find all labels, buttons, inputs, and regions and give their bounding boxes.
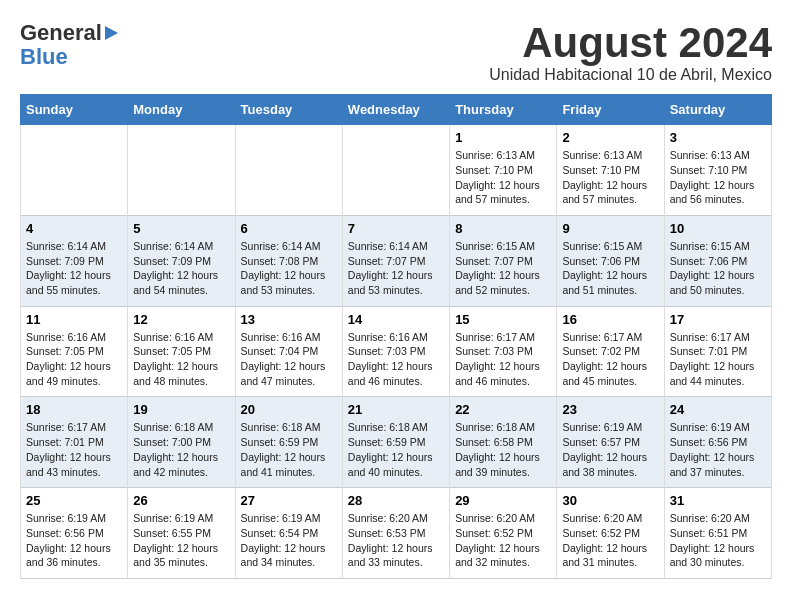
calendar-cell: 20Sunrise: 6:18 AM Sunset: 6:59 PM Dayli… bbox=[235, 397, 342, 488]
calendar-week-row: 11Sunrise: 6:16 AM Sunset: 7:05 PM Dayli… bbox=[21, 306, 772, 397]
calendar-cell: 13Sunrise: 6:16 AM Sunset: 7:04 PM Dayli… bbox=[235, 306, 342, 397]
day-number: 20 bbox=[241, 402, 337, 417]
day-number: 25 bbox=[26, 493, 122, 508]
calendar-cell: 9Sunrise: 6:15 AM Sunset: 7:06 PM Daylig… bbox=[557, 215, 664, 306]
logo: General Blue bbox=[20, 20, 118, 68]
day-number: 12 bbox=[133, 312, 229, 327]
day-number: 9 bbox=[562, 221, 658, 236]
calendar-cell: 16Sunrise: 6:17 AM Sunset: 7:02 PM Dayli… bbox=[557, 306, 664, 397]
cell-info: Sunrise: 6:18 AM Sunset: 6:59 PM Dayligh… bbox=[241, 420, 337, 479]
main-title: August 2024 bbox=[489, 20, 772, 66]
calendar-week-row: 18Sunrise: 6:17 AM Sunset: 7:01 PM Dayli… bbox=[21, 397, 772, 488]
logo-arrow-icon bbox=[105, 26, 118, 40]
day-number: 10 bbox=[670, 221, 766, 236]
day-number: 28 bbox=[348, 493, 444, 508]
cell-info: Sunrise: 6:19 AM Sunset: 6:55 PM Dayligh… bbox=[133, 511, 229, 570]
calendar-cell: 31Sunrise: 6:20 AM Sunset: 6:51 PM Dayli… bbox=[664, 488, 771, 579]
cell-info: Sunrise: 6:15 AM Sunset: 7:06 PM Dayligh… bbox=[670, 239, 766, 298]
calendar-cell: 28Sunrise: 6:20 AM Sunset: 6:53 PM Dayli… bbox=[342, 488, 449, 579]
day-number: 14 bbox=[348, 312, 444, 327]
day-number: 1 bbox=[455, 130, 551, 145]
calendar-week-row: 4Sunrise: 6:14 AM Sunset: 7:09 PM Daylig… bbox=[21, 215, 772, 306]
calendar-week-row: 1Sunrise: 6:13 AM Sunset: 7:10 PM Daylig… bbox=[21, 125, 772, 216]
day-number: 11 bbox=[26, 312, 122, 327]
cell-info: Sunrise: 6:13 AM Sunset: 7:10 PM Dayligh… bbox=[670, 148, 766, 207]
calendar-cell bbox=[21, 125, 128, 216]
calendar-table: SundayMondayTuesdayWednesdayThursdayFrid… bbox=[20, 94, 772, 579]
calendar-cell: 22Sunrise: 6:18 AM Sunset: 6:58 PM Dayli… bbox=[450, 397, 557, 488]
cell-info: Sunrise: 6:18 AM Sunset: 7:00 PM Dayligh… bbox=[133, 420, 229, 479]
cell-info: Sunrise: 6:19 AM Sunset: 6:54 PM Dayligh… bbox=[241, 511, 337, 570]
cell-info: Sunrise: 6:20 AM Sunset: 6:51 PM Dayligh… bbox=[670, 511, 766, 570]
cell-info: Sunrise: 6:16 AM Sunset: 7:04 PM Dayligh… bbox=[241, 330, 337, 389]
day-number: 16 bbox=[562, 312, 658, 327]
cell-info: Sunrise: 6:14 AM Sunset: 7:08 PM Dayligh… bbox=[241, 239, 337, 298]
day-number: 3 bbox=[670, 130, 766, 145]
calendar-cell: 1Sunrise: 6:13 AM Sunset: 7:10 PM Daylig… bbox=[450, 125, 557, 216]
header-day-saturday: Saturday bbox=[664, 95, 771, 125]
calendar-cell: 10Sunrise: 6:15 AM Sunset: 7:06 PM Dayli… bbox=[664, 215, 771, 306]
day-number: 4 bbox=[26, 221, 122, 236]
day-number: 27 bbox=[241, 493, 337, 508]
calendar-cell: 26Sunrise: 6:19 AM Sunset: 6:55 PM Dayli… bbox=[128, 488, 235, 579]
calendar-cell: 29Sunrise: 6:20 AM Sunset: 6:52 PM Dayli… bbox=[450, 488, 557, 579]
cell-info: Sunrise: 6:20 AM Sunset: 6:52 PM Dayligh… bbox=[562, 511, 658, 570]
day-number: 29 bbox=[455, 493, 551, 508]
day-number: 17 bbox=[670, 312, 766, 327]
logo-general: General bbox=[20, 20, 102, 46]
cell-info: Sunrise: 6:16 AM Sunset: 7:03 PM Dayligh… bbox=[348, 330, 444, 389]
day-number: 15 bbox=[455, 312, 551, 327]
day-number: 22 bbox=[455, 402, 551, 417]
cell-info: Sunrise: 6:19 AM Sunset: 6:57 PM Dayligh… bbox=[562, 420, 658, 479]
header-day-sunday: Sunday bbox=[21, 95, 128, 125]
calendar-week-row: 25Sunrise: 6:19 AM Sunset: 6:56 PM Dayli… bbox=[21, 488, 772, 579]
calendar-cell: 2Sunrise: 6:13 AM Sunset: 7:10 PM Daylig… bbox=[557, 125, 664, 216]
calendar-cell: 27Sunrise: 6:19 AM Sunset: 6:54 PM Dayli… bbox=[235, 488, 342, 579]
calendar-cell bbox=[342, 125, 449, 216]
header-day-friday: Friday bbox=[557, 95, 664, 125]
cell-info: Sunrise: 6:15 AM Sunset: 7:06 PM Dayligh… bbox=[562, 239, 658, 298]
calendar-cell: 15Sunrise: 6:17 AM Sunset: 7:03 PM Dayli… bbox=[450, 306, 557, 397]
page-header: General Blue August 2024 Unidad Habitaci… bbox=[20, 20, 772, 84]
cell-info: Sunrise: 6:13 AM Sunset: 7:10 PM Dayligh… bbox=[455, 148, 551, 207]
calendar-cell: 18Sunrise: 6:17 AM Sunset: 7:01 PM Dayli… bbox=[21, 397, 128, 488]
cell-info: Sunrise: 6:16 AM Sunset: 7:05 PM Dayligh… bbox=[26, 330, 122, 389]
cell-info: Sunrise: 6:17 AM Sunset: 7:01 PM Dayligh… bbox=[670, 330, 766, 389]
day-number: 5 bbox=[133, 221, 229, 236]
header-day-thursday: Thursday bbox=[450, 95, 557, 125]
cell-info: Sunrise: 6:14 AM Sunset: 7:09 PM Dayligh… bbox=[133, 239, 229, 298]
day-number: 26 bbox=[133, 493, 229, 508]
day-number: 21 bbox=[348, 402, 444, 417]
calendar-cell: 24Sunrise: 6:19 AM Sunset: 6:56 PM Dayli… bbox=[664, 397, 771, 488]
header-day-tuesday: Tuesday bbox=[235, 95, 342, 125]
calendar-cell bbox=[235, 125, 342, 216]
calendar-cell: 8Sunrise: 6:15 AM Sunset: 7:07 PM Daylig… bbox=[450, 215, 557, 306]
cell-info: Sunrise: 6:17 AM Sunset: 7:01 PM Dayligh… bbox=[26, 420, 122, 479]
day-number: 19 bbox=[133, 402, 229, 417]
calendar-cell: 4Sunrise: 6:14 AM Sunset: 7:09 PM Daylig… bbox=[21, 215, 128, 306]
calendar-cell bbox=[128, 125, 235, 216]
calendar-cell: 23Sunrise: 6:19 AM Sunset: 6:57 PM Dayli… bbox=[557, 397, 664, 488]
day-number: 2 bbox=[562, 130, 658, 145]
calendar-cell: 21Sunrise: 6:18 AM Sunset: 6:59 PM Dayli… bbox=[342, 397, 449, 488]
cell-info: Sunrise: 6:17 AM Sunset: 7:03 PM Dayligh… bbox=[455, 330, 551, 389]
cell-info: Sunrise: 6:20 AM Sunset: 6:53 PM Dayligh… bbox=[348, 511, 444, 570]
calendar-cell: 25Sunrise: 6:19 AM Sunset: 6:56 PM Dayli… bbox=[21, 488, 128, 579]
cell-info: Sunrise: 6:19 AM Sunset: 6:56 PM Dayligh… bbox=[26, 511, 122, 570]
day-number: 30 bbox=[562, 493, 658, 508]
day-number: 18 bbox=[26, 402, 122, 417]
calendar-cell: 14Sunrise: 6:16 AM Sunset: 7:03 PM Dayli… bbox=[342, 306, 449, 397]
subtitle: Unidad Habitacional 10 de Abril, Mexico bbox=[489, 66, 772, 84]
cell-info: Sunrise: 6:14 AM Sunset: 7:07 PM Dayligh… bbox=[348, 239, 444, 298]
cell-info: Sunrise: 6:14 AM Sunset: 7:09 PM Dayligh… bbox=[26, 239, 122, 298]
cell-info: Sunrise: 6:17 AM Sunset: 7:02 PM Dayligh… bbox=[562, 330, 658, 389]
day-number: 8 bbox=[455, 221, 551, 236]
calendar-cell: 3Sunrise: 6:13 AM Sunset: 7:10 PM Daylig… bbox=[664, 125, 771, 216]
day-number: 23 bbox=[562, 402, 658, 417]
logo-blue: Blue bbox=[20, 46, 68, 68]
calendar-cell: 5Sunrise: 6:14 AM Sunset: 7:09 PM Daylig… bbox=[128, 215, 235, 306]
day-number: 7 bbox=[348, 221, 444, 236]
cell-info: Sunrise: 6:18 AM Sunset: 6:59 PM Dayligh… bbox=[348, 420, 444, 479]
day-number: 31 bbox=[670, 493, 766, 508]
calendar-cell: 11Sunrise: 6:16 AM Sunset: 7:05 PM Dayli… bbox=[21, 306, 128, 397]
